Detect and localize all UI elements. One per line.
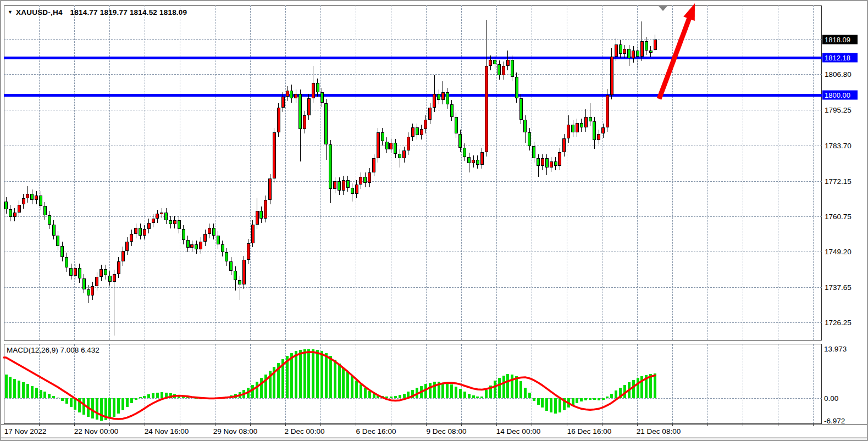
time-axis-tick [461, 424, 462, 426]
time-axis-label: 9 Dec 08:00 [427, 427, 467, 436]
price-axis-label: 1737.65 [825, 283, 852, 292]
price-axis-label: 1772.15 [825, 177, 852, 185]
time-axis-tick [320, 424, 321, 426]
time-axis-label: 6 Dec 16:00 [356, 427, 396, 436]
price-chart-pane[interactable] [4, 5, 822, 340]
time-axis-label: 29 Nov 08:00 [213, 427, 257, 436]
macd-axis-label: 0.00 [824, 394, 838, 403]
time-axis-tick [39, 424, 40, 426]
time-axis-tick [743, 424, 743, 426]
time-axis-tick [109, 424, 110, 426]
chart-title: ▼XAUUSD-,H4 1814.77 1819.77 1814.52 1818… [8, 8, 187, 16]
window-bottom-edge [1, 437, 868, 441]
time-axis-label: 21 Dec 08:00 [637, 427, 681, 436]
time-axis-tick [391, 424, 391, 426]
time-axis-label: 24 Nov 16:00 [145, 427, 189, 436]
price-level-tag: 1800.00 [822, 91, 858, 100]
price-axis-label: 1783.70 [825, 141, 852, 149]
time-axis-tick [356, 424, 356, 426]
price-axis-label: 1749.20 [825, 248, 852, 256]
time-axis-tick [532, 424, 532, 426]
time-axis-tick [215, 424, 215, 426]
price-axis-label: 1806.80 [825, 70, 852, 79]
time-axis-label: 2 Dec 00:00 [285, 427, 325, 436]
macd-indicator-pane[interactable] [4, 344, 822, 424]
price-axis-label: 1726.25 [825, 319, 852, 327]
time-axis-tick [602, 424, 602, 426]
time-axis-tick [74, 424, 75, 426]
time-axis-tick [778, 424, 778, 426]
price-level-tag: 1812.18 [822, 53, 858, 63]
time-axis-tick [637, 424, 638, 426]
chart-window: ▼XAUUSD-,H4 1814.77 1819.77 1814.52 1818… [0, 0, 868, 441]
time-axis-tick [496, 424, 497, 426]
symbol-period-label: XAUUSD-,H4 [16, 8, 63, 16]
time-axis-tick [672, 424, 673, 426]
current-price-tag: 1818.09 [822, 35, 858, 44]
macd-axis-label: 13.973 [824, 345, 847, 353]
time-axis-label: 14 Dec 00:00 [496, 427, 540, 436]
time-axis-line [1, 424, 868, 425]
symbol-dropdown-icon[interactable]: ▼ [8, 9, 13, 15]
time-axis-tick [707, 424, 708, 426]
chart-shift-marker-icon[interactable] [659, 6, 667, 11]
price-axis-label: 1795.25 [825, 106, 852, 114]
time-axis-tick [180, 424, 180, 426]
price-axis-label: 1760.75 [825, 212, 852, 220]
time-axis-label: 17 Nov 2022 [4, 427, 47, 436]
ohlc-values: 1814.77 1819.77 1814.52 1818.09 [70, 8, 187, 16]
time-axis-tick [426, 424, 427, 426]
time-axis-tick [285, 424, 286, 426]
time-axis-tick [567, 424, 567, 426]
time-axis-tick [145, 424, 145, 426]
time-axis-label: 22 Nov 00:00 [74, 427, 118, 436]
time-axis-tick [813, 424, 814, 426]
time-axis-label: 16 Dec 16:00 [567, 427, 611, 436]
macd-indicator-label: MACD(12,26,9) 7.008 6.432 [7, 346, 99, 354]
time-axis-tick [250, 424, 251, 426]
